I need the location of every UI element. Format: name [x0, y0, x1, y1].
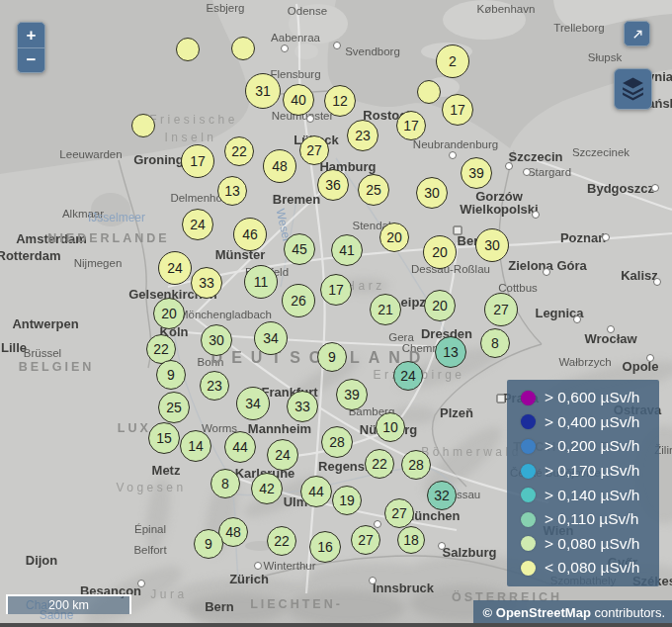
- cluster-marker[interactable]: 40: [283, 84, 314, 116]
- cluster-marker[interactable]: 19: [332, 486, 362, 515]
- cluster-marker[interactable]: 30: [475, 228, 509, 262]
- cluster-marker[interactable]: 48: [263, 149, 296, 183]
- cluster-marker[interactable]: 24: [158, 251, 192, 285]
- cluster-marker[interactable]: 33: [287, 391, 318, 422]
- cluster-marker[interactable]: 9: [194, 529, 223, 559]
- cluster-marker[interactable]: 17: [396, 111, 426, 140]
- cluster-marker[interactable]: 22: [365, 449, 394, 479]
- bottom-edge-strip: [0, 623, 672, 627]
- cluster-marker[interactable]: 11: [244, 265, 278, 299]
- cluster-marker[interactable]: 20: [379, 223, 409, 252]
- legend-label: > 0,400 µSv/h: [545, 413, 639, 431]
- cluster-marker[interactable]: 27: [484, 293, 518, 326]
- legend-color-dot: [521, 391, 536, 405]
- cluster-marker[interactable]: 36: [317, 169, 349, 201]
- attribution-suffix: contributors.: [591, 605, 665, 620]
- cluster-marker[interactable]: 39: [461, 157, 492, 189]
- legend-color-dot: [521, 464, 536, 479]
- cluster-marker[interactable]: 21: [370, 294, 401, 325]
- cluster-marker[interactable]: 24: [182, 209, 213, 240]
- cluster-marker[interactable]: 24: [267, 439, 298, 471]
- cluster-marker[interactable]: 33: [191, 267, 222, 299]
- cluster-marker[interactable]: 24: [393, 361, 423, 391]
- cluster-marker[interactable]: 25: [158, 392, 190, 423]
- cluster-marker[interactable]: 32: [427, 481, 457, 510]
- cluster-marker[interactable]: 8: [480, 328, 510, 358]
- cluster-marker[interactable]: 28: [321, 426, 353, 458]
- cluster-marker[interactable]: 2: [436, 45, 469, 78]
- cluster-marker[interactable]: 27: [351, 525, 380, 555]
- cluster-marker[interactable]: 44: [224, 431, 256, 463]
- legend-color-dot: [521, 488, 536, 502]
- legend-color-dot: [521, 414, 536, 429]
- cluster-marker[interactable]: 44: [300, 476, 332, 507]
- cluster-marker[interactable]: 27: [384, 498, 414, 528]
- cluster-marker[interactable]: 34: [236, 387, 270, 420]
- cluster-marker[interactable]: 30: [416, 177, 448, 209]
- cluster-marker[interactable]: 20: [423, 235, 457, 269]
- cluster-marker[interactable]: 28: [401, 450, 431, 480]
- cluster-marker[interactable]: 30: [201, 324, 232, 356]
- attribution-osm-link[interactable]: © OpenStreetMap: [483, 605, 591, 620]
- cluster-marker[interactable]: 39: [336, 379, 368, 410]
- cluster-marker[interactable]: 18: [397, 526, 425, 554]
- cluster-marker[interactable]: 26: [282, 284, 315, 317]
- cluster-marker[interactable]: 23: [200, 371, 229, 401]
- cluster-marker[interactable]: [417, 80, 441, 104]
- cluster-marker[interactable]: 31: [245, 73, 281, 109]
- fullscreen-button[interactable]: [624, 21, 650, 46]
- legend-item: < 0,080 µSv/h: [521, 556, 659, 581]
- cluster-marker[interactable]: 22: [224, 136, 254, 166]
- cluster-marker[interactable]: 10: [376, 412, 405, 442]
- cluster-marker[interactable]: 13: [435, 336, 466, 368]
- legend-color-dot: [521, 512, 536, 527]
- cluster-marker[interactable]: 34: [254, 321, 288, 355]
- cluster-marker[interactable]: [131, 114, 155, 137]
- zoom-out-button[interactable]: −: [18, 47, 44, 72]
- layers-icon: [621, 74, 645, 104]
- map[interactable]: EsbjergOdenseKøbenhavnTrelleborgAabenraa…: [0, 0, 672, 627]
- cluster-marker[interactable]: 41: [331, 234, 363, 266]
- cluster-marker[interactable]: 16: [309, 531, 341, 563]
- attribution: © OpenStreetMap contributors.: [473, 600, 672, 624]
- cluster-marker[interactable]: 20: [153, 298, 185, 329]
- legend-item: > 0,140 µSv/h: [521, 483, 659, 507]
- legend-label: > 0,080 µSv/h: [545, 535, 639, 553]
- legend-color-dot: [521, 439, 536, 454]
- cluster-marker[interactable]: 27: [299, 135, 329, 165]
- legend-label: > 0,170 µSv/h: [545, 462, 639, 480]
- cluster-marker[interactable]: 22: [267, 526, 296, 556]
- legend-item: > 0,600 µSv/h: [521, 386, 659, 410]
- cluster-marker[interactable]: 9: [317, 342, 347, 372]
- cluster-marker[interactable]: 42: [251, 473, 283, 504]
- legend-color-dot: [521, 536, 536, 551]
- cluster-marker[interactable]: 25: [358, 174, 389, 206]
- cluster-marker[interactable]: 9: [156, 360, 186, 390]
- cluster-marker[interactable]: 14: [180, 430, 211, 462]
- legend-item: > 0,080 µSv/h: [521, 532, 659, 557]
- cluster-marker[interactable]: 20: [424, 290, 456, 321]
- cluster-marker[interactable]: 15: [148, 422, 180, 454]
- cluster-marker[interactable]: 23: [347, 120, 378, 151]
- legend-rows: > 0,600 µSv/h> 0,400 µSv/h> 0,200 µSv/h>…: [521, 386, 659, 581]
- cluster-marker[interactable]: 17: [442, 94, 473, 126]
- legend-label: > 0,110 µSv/h: [545, 510, 638, 528]
- scale-text: 200 km: [48, 598, 89, 612]
- cluster-marker[interactable]: 45: [284, 233, 315, 265]
- legend-item: > 0,400 µSv/h: [521, 410, 659, 435]
- cluster-marker[interactable]: 8: [210, 469, 240, 498]
- cluster-marker[interactable]: [231, 37, 255, 60]
- cluster-marker[interactable]: 13: [217, 176, 247, 206]
- cluster-marker[interactable]: 12: [324, 85, 356, 117]
- scale-bar: 200 km: [6, 594, 131, 614]
- layers-button[interactable]: [614, 68, 652, 110]
- cluster-marker[interactable]: 17: [320, 274, 352, 306]
- cluster-marker[interactable]: [176, 38, 200, 61]
- fullscreen-icon: [630, 23, 643, 45]
- zoom-in-button[interactable]: +: [18, 23, 44, 47]
- cluster-marker[interactable]: 17: [181, 144, 214, 178]
- legend-color-dot: [521, 561, 536, 576]
- legend-label: > 0,140 µSv/h: [545, 487, 639, 504]
- cluster-marker[interactable]: 46: [233, 218, 267, 251]
- legend-item: > 0,200 µSv/h: [521, 434, 659, 459]
